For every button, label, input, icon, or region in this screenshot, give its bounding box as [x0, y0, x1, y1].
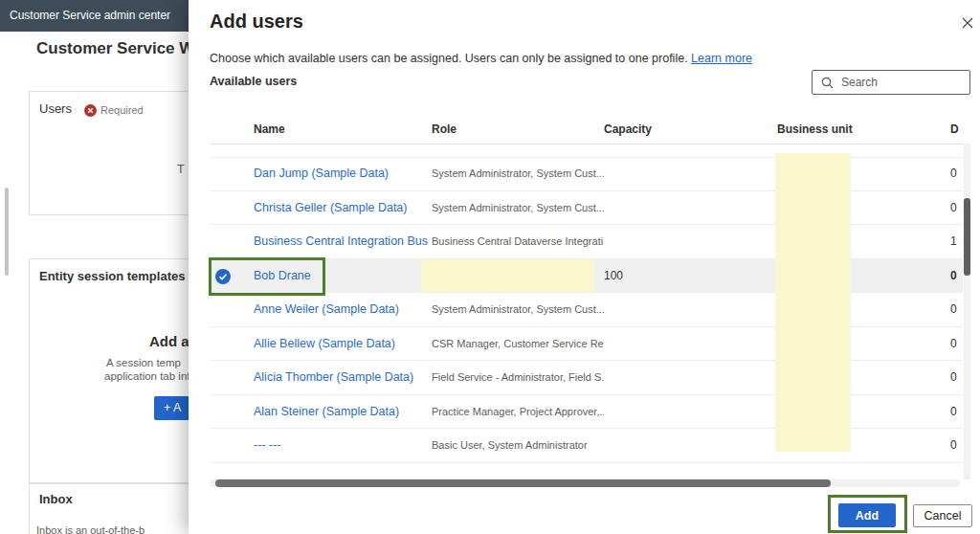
screen: Customer Service admin center Customer S…	[0, 0, 980, 534]
available-users-label: Available users	[210, 75, 297, 88]
required-label: Required	[100, 104, 144, 116]
user-last-column-text: 1	[950, 225, 957, 259]
app-title: Customer Service admin center	[10, 0, 170, 32]
user-last-column-text: 0	[950, 361, 957, 395]
user-last-column-text: 0	[950, 327, 957, 362]
learn-more-link[interactable]: Learn more	[691, 52, 752, 65]
page-title: Customer Service Wo	[36, 39, 204, 58]
required-icon	[84, 103, 97, 121]
user-last-column-text: 0	[950, 157, 957, 191]
user-role-text: System Administrator, System Cust...	[432, 191, 604, 226]
users-label: Users	[39, 101, 72, 116]
user-name-link[interactable]: Alicia Thomber (Sample Data)	[254, 361, 428, 395]
user-name-link[interactable]: Bob Drane	[254, 259, 428, 294]
table-header: Name↓ Role Capacity Business unit D	[210, 116, 963, 145]
dialog-description: Choose which available users can be assi…	[210, 52, 752, 65]
column-header-role[interactable]: Role	[432, 116, 457, 144]
entity-empty-line2: application tab inf	[104, 370, 190, 382]
search-box	[812, 70, 970, 95]
column-header-clipped[interactable]: D	[950, 116, 959, 144]
user-name-link[interactable]: Dan Jump (Sample Data)	[254, 157, 428, 191]
entity-empty-line1: A session temp	[106, 357, 181, 368]
user-name-link[interactable]: Business Central Integration Busin	[254, 225, 428, 259]
sort-descending-icon: ↓	[257, 116, 263, 144]
inbox-card-title: Inbox	[39, 492, 73, 506]
user-role-text: Business Central Dataverse Integrati...	[432, 225, 604, 259]
inbox-description-clipped: Inbox is an out-of-the-b	[36, 524, 145, 534]
user-name-link[interactable]: Christa Geller (Sample Data)	[254, 191, 428, 226]
horizontal-scrollbar[interactable]	[210, 479, 960, 487]
user-name-link[interactable]: Allie Bellew (Sample Data)	[254, 327, 428, 362]
column-header-capacity[interactable]: Capacity	[604, 116, 652, 144]
cancel-button[interactable]: Cancel	[913, 504, 972, 527]
users-empty-text: T	[177, 163, 185, 176]
user-last-column-text: 0	[950, 395, 957, 430]
vertical-scrollbar-thumb[interactable]	[964, 198, 970, 276]
page-scrollbar[interactable]	[5, 188, 9, 276]
user-last-column-text: 0	[950, 259, 957, 294]
user-name-link[interactable]: Anne Weiler (Sample Data)	[254, 293, 428, 327]
add-users-dialog: Add users Choose which available users c…	[189, 0, 980, 534]
user-last-column-text: 0	[950, 293, 957, 327]
user-role-text: Practice Manager, Project Approver,...	[432, 395, 604, 430]
entity-empty-title: Add a	[149, 333, 189, 349]
column-header-business-unit[interactable]: Business unit	[777, 116, 853, 144]
user-last-column-text: 0	[950, 429, 957, 463]
vertical-scrollbar[interactable]	[964, 144, 970, 479]
user-last-column-text: 0	[950, 191, 957, 226]
search-icon	[821, 77, 834, 89]
user-capacity-text: 100	[604, 259, 623, 294]
selected-check-icon[interactable]	[215, 269, 231, 284]
user-name-link[interactable]: --- ---	[254, 429, 428, 463]
horizontal-scrollbar-thumb[interactable]	[215, 479, 831, 487]
add-button[interactable]: Add	[838, 503, 896, 527]
entity-session-templates-card: Entity session templates Add a A session…	[29, 258, 211, 483]
dialog-description-text: Choose which available users can be assi…	[210, 52, 688, 65]
dialog-title: Add users	[210, 11, 303, 33]
close-icon[interactable]	[958, 14, 977, 33]
business-unit-highlight-strip	[775, 153, 851, 452]
user-role-text: Field Service - Administrator, Field S..…	[432, 361, 604, 395]
user-role-text: CSR Manager, Customer Service Re...	[432, 327, 604, 362]
search-input[interactable]	[839, 75, 969, 90]
user-name-link[interactable]: Alan Steiner (Sample Data)	[254, 395, 428, 430]
user-role-text: Basic User, System Administrator	[432, 429, 604, 463]
users-card: Users Required T	[29, 91, 211, 215]
user-role-text: System Administrator, System Cust...	[432, 157, 604, 191]
entity-card-title: Entity session templates	[39, 269, 185, 283]
user-role-text: System Administrator, System Cust...	[432, 293, 604, 327]
